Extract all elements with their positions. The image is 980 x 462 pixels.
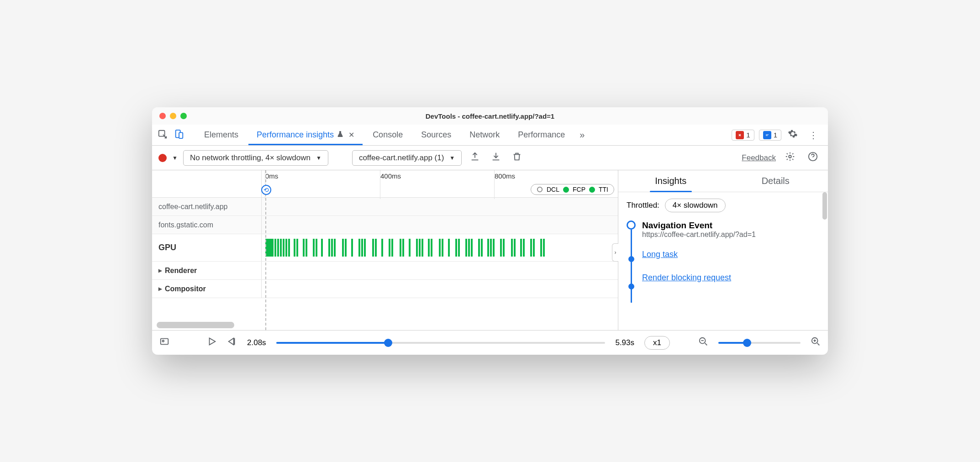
insights-rail (627, 220, 636, 296)
tab-network[interactable]: Network (461, 125, 508, 145)
panel-settings-icon[interactable] (781, 152, 799, 164)
slider-thumb[interactable] (384, 339, 392, 347)
renderer-track-label: Renderer (165, 267, 197, 275)
collapse-panel-button[interactable]: › (612, 243, 618, 262)
minimize-window-button[interactable] (170, 113, 176, 119)
renderer-track-row[interactable]: ▶Renderer (152, 262, 618, 280)
expand-triangle-icon[interactable]: ▶ (158, 268, 162, 273)
network-host-label: coffee-cart.netlify.app (158, 203, 228, 211)
zoom-in-icon[interactable] (811, 336, 821, 349)
expand-triangle-icon[interactable]: ▶ (158, 286, 162, 291)
error-icon (736, 131, 744, 139)
playback-slider[interactable] (276, 342, 606, 344)
help-icon[interactable] (804, 152, 822, 164)
navigation-event-title: Navigation Event (642, 220, 820, 231)
insight-marker (628, 256, 634, 262)
vertical-scrollbar[interactable] (822, 192, 827, 220)
messages-badge[interactable]: 1 (759, 130, 781, 141)
playhead-handle-icon[interactable]: ⟲ (261, 185, 271, 195)
playback-end-time: 5.93s (615, 338, 634, 347)
recording-dropdown[interactable]: coffee-cart.netlify.app (1) ▼ (352, 150, 462, 166)
main-tabbar: Elements Performance insights ✕ Console … (152, 125, 828, 146)
zoom-slider[interactable] (718, 342, 801, 344)
feedback-link[interactable]: Feedback (742, 153, 776, 163)
device-toggle-icon[interactable] (174, 129, 184, 141)
slider-thumb[interactable] (743, 339, 751, 347)
insight-link-render-blocking[interactable]: Render blocking request (642, 273, 820, 283)
network-track-row[interactable]: coffee-cart.netlify.app (152, 198, 618, 216)
more-tabs-icon[interactable]: » (575, 130, 589, 140)
navigation-event-url: https://coffee-cart.netlify.app/?ad=1 (642, 231, 820, 239)
svg-rect-2 (179, 132, 183, 138)
compositor-track-label: Compositor (165, 285, 206, 293)
tab-console[interactable]: Console (364, 125, 411, 145)
import-icon[interactable] (488, 152, 504, 164)
gpu-track-row[interactable]: GPU (152, 234, 618, 262)
tab-sources[interactable]: Sources (413, 125, 459, 145)
rewind-icon[interactable] (227, 336, 237, 349)
delete-icon[interactable] (509, 152, 525, 164)
gpu-track-label: GPU (158, 243, 176, 252)
inspect-icon[interactable] (158, 129, 168, 141)
timeline-ruler[interactable]: 0ms 400ms 800ms DCL FCP TTI (152, 170, 618, 198)
gpu-activity (265, 239, 618, 257)
tab-details[interactable]: Details (723, 170, 828, 192)
export-icon[interactable] (467, 152, 483, 164)
tab-elements[interactable]: Elements (196, 125, 247, 145)
titlebar: DevTools - coffee-cart.netlify.app/?ad=1 (152, 107, 828, 125)
message-icon (763, 131, 771, 139)
insights-panel: › Insights Details Throttled: 4× slowdow… (618, 170, 828, 330)
close-tab-icon[interactable]: ✕ (348, 131, 354, 139)
insights-tabs: Insights Details (618, 170, 828, 192)
throttled-label: Throttled: (627, 201, 659, 210)
playback-start-time: 2.08s (247, 338, 266, 347)
time-tick: 800ms (495, 172, 515, 180)
time-tick: 0ms (265, 172, 278, 180)
tab-performance-insights[interactable]: Performance insights ✕ (248, 125, 363, 145)
throttle-value-pill[interactable]: 4× slowdown (665, 199, 726, 212)
record-options-dropdown[interactable]: ▼ (172, 155, 178, 161)
maximize-window-button[interactable] (180, 113, 187, 119)
throttling-dropdown[interactable]: No network throttling, 4× slowdown ▼ (183, 150, 328, 166)
insights-toolbar: ▼ No network throttling, 4× slowdown ▼ c… (152, 146, 828, 170)
timeline-pane: 0ms 400ms 800ms DCL FCP TTI coffee-cart.… (152, 170, 618, 330)
traffic-lights (159, 113, 187, 119)
chevron-down-icon: ▼ (449, 155, 455, 161)
error-badge[interactable]: 1 (732, 130, 754, 141)
svg-rect-8 (161, 339, 169, 345)
playhead[interactable]: ⟲ (265, 170, 266, 330)
metrics-legend[interactable]: DCL FCP TTI (531, 184, 614, 195)
window-title: DevTools - coffee-cart.netlify.app/?ad=1 (426, 112, 554, 120)
svg-point-9 (162, 340, 164, 342)
dot-icon (589, 187, 595, 193)
horizontal-scrollbar[interactable] (157, 322, 234, 328)
main-content: 0ms 400ms 800ms DCL FCP TTI coffee-cart.… (152, 170, 828, 330)
svg-point-7 (537, 187, 543, 192)
dot-icon (563, 187, 569, 193)
navigation-event-marker (627, 220, 636, 230)
throttle-status: Throttled: 4× slowdown (627, 199, 820, 212)
flask-icon (337, 131, 344, 139)
record-button[interactable] (158, 154, 167, 162)
close-window-button[interactable] (159, 113, 166, 119)
zoom-out-icon[interactable] (698, 336, 708, 349)
tab-performance[interactable]: Performance (510, 125, 573, 145)
playback-footer: 2.08s 5.93s x1 (152, 330, 828, 355)
devtools-window: DevTools - coffee-cart.netlify.app/?ad=1… (152, 107, 828, 355)
settings-icon[interactable] (783, 129, 802, 141)
playback-speed[interactable]: x1 (644, 336, 670, 350)
time-tick: 400ms (380, 172, 401, 180)
play-icon[interactable] (207, 336, 217, 349)
kebab-menu-icon[interactable]: ⋮ (804, 130, 822, 141)
network-track-row[interactable]: fonts.gstatic.com (152, 216, 618, 234)
insight-link-long-task[interactable]: Long task (642, 250, 820, 259)
chevron-down-icon: ▼ (316, 155, 321, 161)
compositor-track-row[interactable]: ▶Compositor (152, 280, 618, 298)
network-host-label: fonts.gstatic.com (158, 221, 213, 229)
screenshot-toggle-icon[interactable] (159, 336, 169, 349)
tab-insights[interactable]: Insights (618, 170, 723, 192)
svg-point-5 (789, 155, 791, 158)
insight-marker (628, 284, 634, 289)
